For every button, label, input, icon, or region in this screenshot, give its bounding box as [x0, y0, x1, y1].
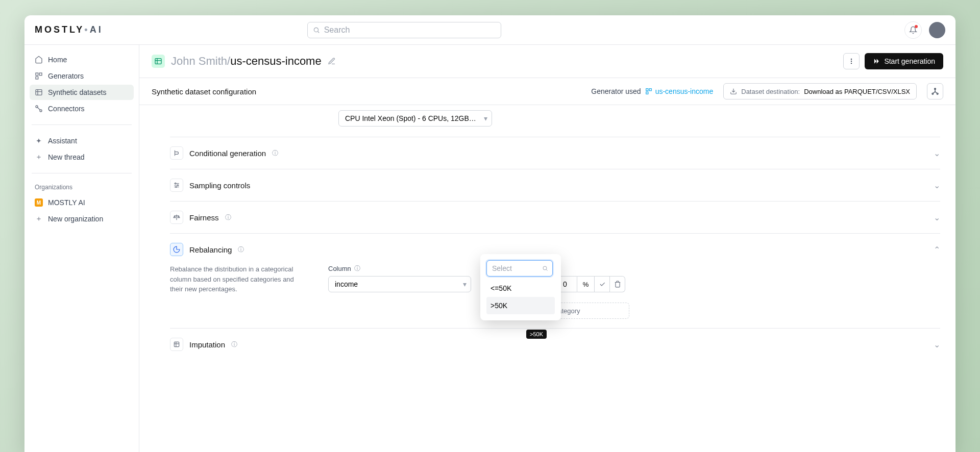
sidebar-item-org-mostly-ai[interactable]: M MOSTLY AI — [30, 195, 134, 210]
generator-link[interactable]: us-census-income — [645, 87, 714, 95]
sparkle-icon: ✦ — [35, 137, 43, 145]
dropdown-option-lte50k[interactable]: <=50K — [486, 280, 555, 297]
sidebar-item-synthetic-datasets[interactable]: Synthetic datasets — [30, 85, 134, 100]
kebab-icon — [848, 58, 855, 65]
sidebar-item-home[interactable]: Home — [30, 52, 134, 67]
info-icon[interactable]: ⓘ — [231, 340, 237, 349]
svg-point-15 — [932, 93, 934, 94]
compute-select[interactable]: CPU Intel Xeon (Spot) - 6 CPUs, 12GB… ▾ — [338, 110, 492, 127]
sidebar-item-connectors[interactable]: Connectors — [30, 101, 134, 116]
sidebar-item-label: MOSTLY AI — [48, 198, 85, 207]
logo[interactable]: MOSTLY•AI — [35, 24, 103, 35]
svg-point-14 — [935, 88, 936, 90]
svg-rect-22 — [174, 342, 179, 346]
search-icon — [313, 27, 324, 34]
info-icon[interactable]: ⓘ — [225, 213, 231, 222]
category-dropdown-placeholder: Select — [492, 264, 512, 272]
svg-point-5 — [36, 106, 38, 108]
schema-button[interactable] — [927, 83, 943, 99]
chevron-down-icon: ▾ — [484, 114, 487, 122]
plus-icon: ＋ — [35, 215, 43, 223]
section-title: Rebalancing — [189, 245, 232, 254]
dropdown-option-label: >50K — [491, 302, 507, 310]
destination-value: Download as PARQUET/CSV/XLSX — [804, 88, 910, 95]
svg-point-16 — [937, 93, 938, 94]
dropdown-option-gt50k[interactable]: >50K — [486, 297, 555, 314]
more-options-button[interactable] — [843, 53, 860, 69]
svg-point-9 — [851, 61, 852, 62]
section-title: Conditional generation — [189, 149, 266, 158]
sidebar-item-new-thread[interactable]: ＋ New thread — [30, 149, 134, 165]
schema-icon — [931, 87, 939, 95]
svg-point-8 — [851, 59, 852, 60]
generator-link-icon — [645, 88, 652, 95]
svg-point-0 — [314, 28, 318, 32]
generator-used-label: Generator used — [591, 87, 641, 95]
delete-category-button[interactable] — [610, 276, 625, 292]
chevron-down-icon: ▾ — [463, 280, 467, 288]
breadcrumb: John Smith/us-census-income — [171, 55, 322, 68]
info-icon[interactable]: ⓘ — [272, 149, 278, 158]
info-icon[interactable]: ⓘ — [238, 245, 244, 254]
sidebar-item-label: Assistant — [48, 137, 77, 145]
dropdown-option-label: <=50K — [491, 284, 511, 292]
svg-rect-1 — [36, 73, 38, 76]
sidebar-item-label: New thread — [48, 153, 85, 161]
trash-icon — [614, 281, 621, 288]
destination-icon — [730, 88, 737, 95]
plus-icon: ＋ — [35, 153, 43, 161]
generators-icon — [35, 72, 43, 80]
destination-label: Dataset destination: — [741, 88, 800, 95]
svg-rect-13 — [646, 92, 648, 94]
section-title: Imputation — [189, 340, 225, 349]
svg-rect-11 — [646, 89, 648, 91]
start-generation-button[interactable]: Start generation — [865, 53, 943, 69]
dataset-destination-select[interactable]: Dataset destination: Download as PARQUET… — [723, 83, 917, 99]
compute-select-value: CPU Intel Xeon (Spot) - 6 CPUs, 12GB… — [345, 114, 476, 122]
section-imputation[interactable]: Imputation ⓘ ⌄ — [170, 338, 940, 351]
info-icon[interactable]: ⓘ — [354, 264, 360, 273]
svg-point-10 — [851, 63, 852, 64]
chevron-down-icon: ⌄ — [934, 340, 940, 349]
search-input[interactable]: Search — [307, 22, 501, 38]
datasets-icon — [35, 88, 43, 96]
sidebar-item-new-organization[interactable]: ＋ New organization — [30, 211, 134, 227]
section-fairness[interactable]: Fairness ⓘ ⌄ — [170, 211, 940, 224]
sidebar-item-generators[interactable]: Generators — [30, 68, 134, 84]
page-subtitle: Synthetic dataset configuration — [152, 87, 256, 96]
search-icon — [542, 265, 548, 271]
start-generation-label: Start generation — [884, 57, 935, 65]
sidebar-item-assistant[interactable]: ✦ Assistant — [30, 133, 134, 148]
edit-name-button[interactable] — [328, 57, 336, 65]
svg-rect-4 — [36, 90, 42, 95]
notification-dot-icon — [915, 25, 918, 28]
rebalancing-icon — [170, 243, 183, 256]
breadcrumb-owner[interactable]: John Smith/ — [171, 55, 230, 67]
user-avatar[interactable] — [929, 22, 945, 38]
connectors-icon — [35, 105, 43, 113]
generator-link-label: us-census-income — [655, 87, 714, 95]
section-conditional-generation[interactable]: Conditional generation ⓘ ⌄ — [170, 146, 940, 160]
svg-rect-2 — [39, 73, 42, 76]
chevron-down-icon: ⌄ — [934, 213, 940, 222]
breadcrumb-name: us-census-income — [230, 55, 322, 67]
section-sampling-controls[interactable]: Sampling controls ⌄ — [170, 179, 940, 192]
logo-ai: AI — [90, 24, 103, 35]
category-dropdown-search[interactable]: Select — [486, 260, 553, 277]
column-select[interactable]: income ▾ — [328, 276, 471, 292]
home-icon — [35, 56, 43, 64]
svg-point-19 — [176, 186, 177, 187]
org-badge-icon: M — [35, 198, 43, 207]
svg-point-17 — [175, 183, 176, 184]
svg-rect-7 — [155, 59, 161, 64]
confirm-category-button[interactable] — [595, 276, 610, 292]
notifications-button[interactable] — [904, 21, 922, 39]
chevron-down-icon: ⌄ — [934, 148, 940, 158]
dataset-icon — [152, 55, 165, 68]
sidebar: Home Generators Synthetic datasets Conne… — [24, 45, 139, 452]
svg-point-18 — [177, 185, 178, 186]
check-icon — [599, 281, 606, 288]
search-placeholder: Search — [324, 26, 350, 35]
dropdown-tooltip: >50K — [526, 330, 547, 339]
chevron-down-icon: ⌄ — [934, 181, 940, 190]
